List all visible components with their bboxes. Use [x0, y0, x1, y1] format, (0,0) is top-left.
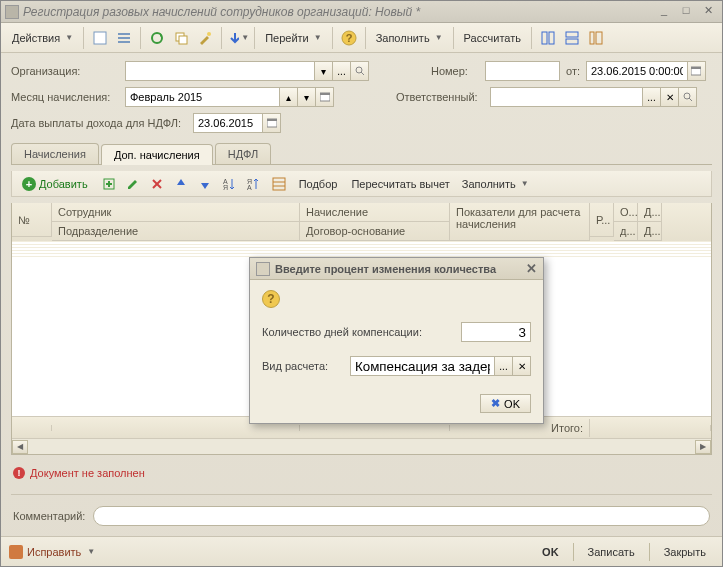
- actions-menu[interactable]: Действия▼: [7, 30, 78, 46]
- col-contract[interactable]: Договор-основание: [300, 222, 450, 241]
- filter-icon[interactable]: [268, 173, 290, 195]
- svg-rect-13: [566, 39, 578, 44]
- comment-input[interactable]: [93, 506, 710, 526]
- close-button[interactable]: ✕: [698, 4, 718, 20]
- col-d1[interactable]: Д...: [638, 203, 662, 222]
- tabs: Начисления Доп. начисления НДФЛ: [11, 143, 712, 165]
- responsible-clear-button[interactable]: ✕: [661, 87, 679, 107]
- ndfl-calendar-button[interactable]: [263, 113, 281, 133]
- wizard-icon[interactable]: [194, 27, 216, 49]
- selection-button[interactable]: Подбор: [294, 176, 343, 192]
- comment-label: Комментарий:: [13, 510, 85, 522]
- responsible-open-button[interactable]: [679, 87, 697, 107]
- col-accrual[interactable]: Начисление: [300, 203, 450, 222]
- tab-accruals[interactable]: Начисления: [11, 143, 99, 164]
- sort-desc-icon[interactable]: ЯA: [242, 173, 264, 195]
- scroll-left-icon[interactable]: ◀: [12, 440, 28, 454]
- dialog-close-button[interactable]: ✕: [526, 261, 537, 276]
- responsible-input[interactable]: [490, 87, 643, 107]
- goto-menu[interactable]: Перейти▼: [260, 30, 327, 46]
- svg-line-23: [689, 98, 692, 101]
- svg-rect-1: [118, 33, 130, 35]
- grid-toolbar: +Добавить AЯ ЯA Подбор Пересчитать вычет…: [11, 171, 712, 197]
- number-input[interactable]: [485, 61, 560, 81]
- fill-grid-menu[interactable]: Заполнить▼: [457, 176, 534, 192]
- month-label: Месяц начисления:: [11, 91, 119, 103]
- svg-line-17: [361, 72, 364, 75]
- main-window: Регистрация разовых начислений сотрудник…: [0, 0, 723, 567]
- from-label: от:: [566, 65, 580, 77]
- edit-icon[interactable]: [122, 173, 144, 195]
- svg-rect-2: [118, 37, 130, 39]
- col-n[interactable]: №: [12, 203, 52, 237]
- days-input[interactable]: [461, 322, 531, 342]
- recalc-button[interactable]: Пересчитать вычет: [346, 176, 454, 192]
- tab-extra-accruals[interactable]: Доп. начисления: [101, 144, 213, 165]
- responsible-select-button[interactable]: ...: [643, 87, 661, 107]
- col-dn[interactable]: д...: [614, 222, 638, 241]
- calc-button[interactable]: Рассчитать: [459, 30, 526, 46]
- ndfl-date-input[interactable]: [193, 113, 263, 133]
- col-r[interactable]: Р...: [590, 203, 614, 237]
- calc-type-clear-button[interactable]: ✕: [513, 356, 531, 376]
- org-dropdown-button[interactable]: ▾: [315, 61, 333, 81]
- col-d2[interactable]: Д...: [638, 222, 662, 241]
- list-icon[interactable]: [113, 27, 135, 49]
- month-down-button[interactable]: ▾: [298, 87, 316, 107]
- delete-icon[interactable]: [146, 173, 168, 195]
- maximize-button[interactable]: □: [676, 4, 696, 20]
- svg-rect-15: [596, 32, 602, 44]
- down-arrow-icon[interactable]: ▼: [227, 27, 249, 49]
- sort-asc-icon[interactable]: AЯ: [218, 173, 240, 195]
- settings-3-icon[interactable]: [585, 27, 607, 49]
- settings-2-icon[interactable]: [561, 27, 583, 49]
- svg-rect-21: [320, 93, 330, 95]
- ok-x-icon: ✖: [491, 397, 500, 410]
- insert-icon[interactable]: [98, 173, 120, 195]
- write-button[interactable]: Записать: [580, 543, 643, 561]
- col-indicators[interactable]: Показатели для расчета начисления: [450, 203, 590, 241]
- responsible-label: Ответственный:: [396, 91, 484, 103]
- dialog-ok-button[interactable]: ✖ OK: [480, 394, 531, 413]
- date-calendar-button[interactable]: [688, 61, 706, 81]
- svg-rect-6: [179, 36, 187, 44]
- svg-rect-14: [590, 32, 594, 44]
- new-icon[interactable]: [89, 27, 111, 49]
- refresh-icon[interactable]: [146, 27, 168, 49]
- month-calendar-button[interactable]: [316, 87, 334, 107]
- fix-button[interactable]: Исправить▼: [9, 545, 95, 559]
- minimize-button[interactable]: _: [654, 4, 674, 20]
- scroll-right-icon[interactable]: ▶: [695, 440, 711, 454]
- help-icon[interactable]: ?: [338, 27, 360, 49]
- calc-type-input[interactable]: [350, 356, 495, 376]
- month-up-button[interactable]: ▴: [280, 87, 298, 107]
- month-input[interactable]: [125, 87, 280, 107]
- org-label: Организация:: [11, 65, 119, 77]
- content-area: Организация: ▾ ... Номер: от: Месяц начи…: [1, 53, 722, 536]
- copy-icon[interactable]: [170, 27, 192, 49]
- h-scrollbar[interactable]: ◀ ▶: [12, 438, 711, 454]
- ok-button[interactable]: OK: [534, 543, 567, 561]
- close-footer-button[interactable]: Закрыть: [656, 543, 714, 561]
- tab-ndfl[interactable]: НДФЛ: [215, 143, 271, 164]
- svg-rect-25: [267, 119, 277, 121]
- org-select-button[interactable]: ...: [333, 61, 351, 81]
- plus-icon: +: [22, 177, 36, 191]
- col-employee[interactable]: Сотрудник: [52, 203, 300, 222]
- org-input[interactable]: [125, 61, 315, 81]
- col-o[interactable]: О...: [614, 203, 638, 222]
- col-subdiv[interactable]: Подразделение: [52, 222, 300, 241]
- error-icon: !: [13, 467, 25, 479]
- org-open-button[interactable]: [351, 61, 369, 81]
- calc-type-select-button[interactable]: ...: [495, 356, 513, 376]
- svg-point-7: [207, 32, 211, 36]
- move-up-icon[interactable]: [170, 173, 192, 195]
- add-button[interactable]: +Добавить: [16, 175, 94, 193]
- question-icon[interactable]: ?: [262, 290, 280, 308]
- date-input[interactable]: [586, 61, 688, 81]
- fill-menu[interactable]: Заполнить▼: [371, 30, 448, 46]
- settings-1-icon[interactable]: [537, 27, 559, 49]
- svg-rect-10: [542, 32, 547, 44]
- move-down-icon[interactable]: [194, 173, 216, 195]
- status-bar: ! Документ не заполнен: [11, 461, 712, 485]
